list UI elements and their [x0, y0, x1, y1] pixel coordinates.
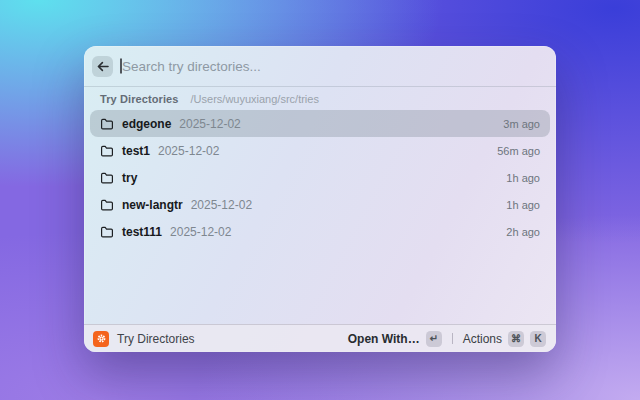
folder-icon	[100, 118, 114, 130]
directory-name: test111	[122, 225, 162, 239]
list-item[interactable]: test111 2025-12-02 2h ago	[90, 218, 550, 245]
folder-icon	[100, 226, 114, 238]
text-cursor	[120, 59, 122, 74]
actions-label: Actions	[463, 332, 502, 346]
search-bar	[84, 46, 556, 86]
list-item[interactable]: try 1h ago	[90, 164, 550, 191]
list-item[interactable]: test1 2025-12-02 56m ago	[90, 137, 550, 164]
footer-divider	[452, 333, 453, 344]
footer-app-name: Try Directories	[117, 332, 195, 346]
section-header: Try Directories /Users/wuyuxiang/src/tri…	[84, 87, 556, 108]
k-key-icon: K	[530, 331, 546, 347]
back-button[interactable]	[92, 56, 113, 77]
footer-actions: Open With… ↵ Actions ⌘ K	[347, 329, 547, 349]
open-with-label: Open With…	[348, 332, 420, 346]
directory-name: test1	[122, 144, 150, 158]
app-chip: Try Directories	[93, 331, 195, 347]
gear-icon	[93, 331, 109, 347]
folder-icon	[100, 145, 114, 157]
directory-modified-time: 3m ago	[503, 118, 540, 130]
directory-date: 2025-12-02	[191, 198, 252, 212]
directory-name: edgeone	[122, 117, 171, 131]
launcher-window: Try Directories /Users/wuyuxiang/src/tri…	[84, 46, 556, 352]
search-input[interactable]	[121, 59, 546, 74]
open-with-button[interactable]: Open With… ↵	[347, 329, 443, 349]
directory-date: 2025-12-02	[158, 144, 219, 158]
directory-date: 2025-12-02	[170, 225, 231, 239]
section-path: /Users/wuyuxiang/src/tries	[191, 93, 319, 105]
section-title: Try Directories	[100, 93, 179, 105]
directory-modified-time: 1h ago	[506, 172, 540, 184]
directory-modified-time: 2h ago	[506, 226, 540, 238]
command-key-icon: ⌘	[508, 331, 524, 347]
footer-bar: Try Directories Open With… ↵ Actions ⌘ K	[84, 324, 556, 352]
back-arrow-icon	[97, 61, 109, 72]
directory-date: 2025-12-02	[179, 117, 240, 131]
empty-area	[84, 245, 556, 324]
directory-modified-time: 1h ago	[506, 199, 540, 211]
directory-name: try	[122, 171, 137, 185]
list-item[interactable]: new-langtr 2025-12-02 1h ago	[90, 191, 550, 218]
directory-list: edgeone 2025-12-02 3m ago test1 2025-12-…	[84, 108, 556, 245]
folder-icon	[100, 199, 114, 211]
directory-name: new-langtr	[122, 198, 183, 212]
directory-modified-time: 56m ago	[497, 145, 540, 157]
return-key-icon: ↵	[426, 331, 442, 347]
list-item[interactable]: edgeone 2025-12-02 3m ago	[90, 110, 550, 137]
folder-icon	[100, 172, 114, 184]
actions-button[interactable]: Actions ⌘ K	[462, 329, 547, 349]
